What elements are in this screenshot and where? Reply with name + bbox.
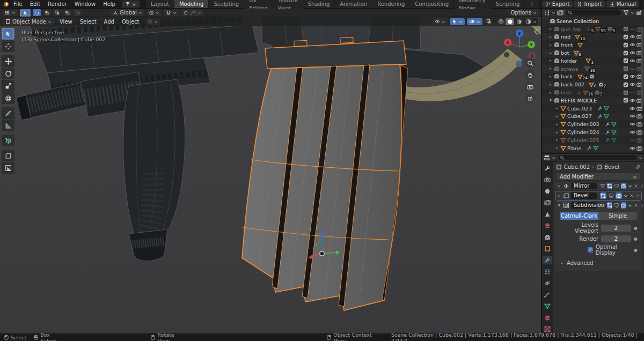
item-name[interactable]: screws	[561, 66, 578, 72]
item-name[interactable]: mid	[561, 34, 570, 40]
disclosure-icon[interactable]: ▸	[548, 66, 553, 71]
chevron-down-icon[interactable]	[533, 20, 537, 24]
outliner-row-hide[interactable]: ▸ hide 16 2	[542, 88, 644, 97]
tab-view-layer[interactable]	[543, 198, 552, 206]
modifier-name[interactable]: Bevel	[571, 192, 597, 199]
item-name[interactable]: Cube.023	[567, 106, 592, 112]
tool-scale[interactable]	[2, 80, 14, 92]
item-name[interactable]: gun_top	[561, 26, 581, 32]
modifier-row-bevel[interactable]: ▸ Bevel	[555, 191, 641, 200]
outliner-display-mode-icon[interactable]	[544, 10, 550, 16]
hide-icon[interactable]	[630, 106, 635, 112]
options-dropdown[interactable]: Options	[508, 9, 539, 16]
item-name[interactable]: REFIX MIDDLE	[561, 98, 597, 103]
mode-dropdown[interactable]: Object Mode	[3, 18, 54, 25]
pivot-point-dropdown[interactable]	[147, 9, 162, 16]
close-icon[interactable]	[634, 203, 638, 207]
tab-sculpting[interactable]: Sculpting	[209, 0, 244, 8]
tab-compositing[interactable]: Compositing	[410, 0, 454, 8]
breadcrumb-modifier[interactable]: Bevel	[604, 164, 619, 170]
3d-viewport[interactable]: Z X Y	[0, 17, 541, 333]
chevron-down-icon[interactable]	[639, 156, 642, 160]
drag-handle-icon[interactable]	[640, 183, 644, 189]
outliner-row-screws[interactable]: ▸ screws 30	[542, 65, 644, 73]
editmode-toggle[interactable]	[607, 183, 612, 189]
item-name[interactable]: bot	[561, 50, 569, 56]
item-name[interactable]: hide	[561, 90, 572, 95]
outliner-row-back[interactable]: ▸ back 24	[542, 73, 644, 81]
tab-animation[interactable]: Animation	[335, 0, 372, 8]
editmode-toggle[interactable]	[607, 202, 612, 209]
tab-object-data[interactable]	[543, 302, 552, 310]
item-name[interactable]: Cylinder.025	[567, 137, 599, 143]
shading-wireframe-button[interactable]	[496, 18, 505, 25]
disclosure-icon[interactable]: ▸	[548, 91, 553, 95]
properties-search[interactable]	[557, 154, 637, 161]
realtime-toggle[interactable]	[608, 192, 614, 199]
outliner-row-mid[interactable]: ▸ mid 10	[542, 33, 644, 41]
chevron-down-icon[interactable]	[552, 11, 555, 14]
disclosure-icon[interactable]: ▸	[548, 35, 553, 39]
shading-solid-button[interactable]	[506, 18, 514, 25]
tab-render[interactable]	[543, 175, 552, 183]
gizmo-x-label[interactable]: X	[506, 40, 509, 45]
publish-dropdown[interactable]	[122, 1, 140, 8]
new-collection-icon[interactable]	[636, 10, 642, 16]
viewport-menu-view[interactable]: View	[58, 19, 74, 25]
tab-rendering[interactable]: Rendering	[372, 0, 410, 8]
tool-transform[interactable]	[2, 92, 14, 104]
import-button[interactable]: Import	[574, 1, 605, 8]
tool-annotate[interactable]	[2, 107, 14, 119]
tab-modifiers[interactable]	[543, 256, 552, 264]
disclosure-icon[interactable]: ▸	[548, 27, 553, 31]
chevron-down-icon[interactable]	[631, 11, 634, 14]
hide-icon[interactable]	[630, 90, 635, 95]
pin-icon[interactable]	[635, 164, 641, 170]
hide-icon[interactable]	[630, 129, 635, 135]
item-name[interactable]: front	[561, 42, 573, 48]
item-name[interactable]: Cube.027	[567, 113, 592, 119]
hide-icon[interactable]	[630, 58, 635, 64]
tab-scene[interactable]	[543, 210, 552, 218]
object-visibility-dropdown[interactable]	[433, 18, 448, 25]
add-modifier-button[interactable]: Add Modifier	[556, 173, 641, 181]
zoom-button[interactable]	[525, 58, 535, 68]
tool-add-cube[interactable]	[2, 135, 14, 146]
tab-physics[interactable]	[543, 279, 552, 287]
outliner-row-cube-027[interactable]: ▸ Cube.027	[542, 113, 644, 121]
catmull-clark-button[interactable]: Catmull-Clark	[560, 212, 598, 220]
modifier-row-mirror[interactable]: ▸ Mirror	[555, 182, 641, 190]
tab-shading[interactable]: Shading	[303, 0, 335, 8]
item-name[interactable]: Cylinder.003	[567, 121, 599, 127]
chevron-down-icon[interactable]	[552, 156, 555, 160]
select-mode-extend[interactable]	[43, 9, 51, 16]
hide-icon[interactable]	[630, 42, 635, 48]
select-mode-subtract[interactable]	[53, 9, 61, 16]
outliner-search-input[interactable]	[574, 10, 619, 16]
disclosure-icon[interactable]: ▸	[548, 75, 553, 79]
drag-handle-icon[interactable]	[635, 193, 640, 198]
realtime-toggle[interactable]	[614, 202, 619, 209]
hide-icon[interactable]	[630, 50, 635, 56]
chevron-down-icon[interactable]	[628, 203, 632, 207]
realtime-toggle[interactable]	[614, 183, 619, 189]
levels-viewport-value[interactable]: 2	[601, 225, 631, 232]
tab-scripting[interactable]: Scripting	[491, 0, 525, 8]
render-levels-value[interactable]: 2	[601, 235, 631, 242]
menu-render[interactable]: Render	[45, 0, 70, 8]
checkbox-icon[interactable]	[623, 82, 628, 87]
menu-file[interactable]: File	[10, 0, 26, 8]
animate-dot-icon[interactable]: ●	[634, 226, 637, 231]
checkbox-icon[interactable]	[623, 50, 628, 56]
snap-toggle[interactable]	[164, 9, 179, 16]
item-name[interactable]: back.002	[561, 81, 584, 87]
select-mode-new[interactable]	[33, 9, 41, 16]
outliner-search[interactable]	[565, 10, 621, 16]
animate-dot-icon[interactable]: ●	[634, 248, 637, 253]
disclosure-icon[interactable]: ▸	[548, 51, 553, 55]
simple-button[interactable]: Simple	[598, 212, 637, 220]
hide-icon[interactable]	[630, 113, 635, 119]
outliner-row-plane[interactable]: ▸ Plane	[542, 144, 644, 152]
disclosure-icon[interactable]: ▸	[555, 122, 559, 127]
transform-orientation-dropdown[interactable]: Global	[111, 9, 144, 16]
